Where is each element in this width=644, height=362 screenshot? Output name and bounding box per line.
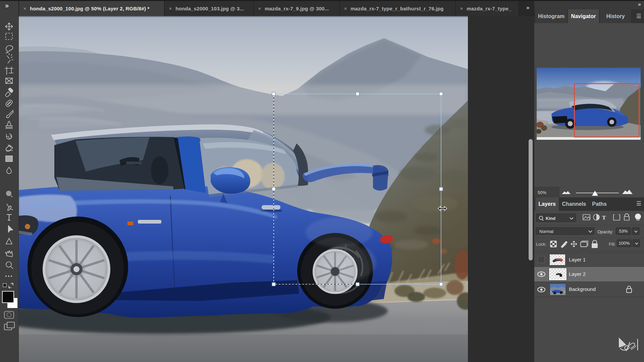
svg-text:T: T	[602, 215, 606, 221]
svg-text:Fill:: Fill:	[609, 242, 615, 247]
svg-text:Normal: Normal	[539, 229, 553, 234]
svg-text:Lock:: Lock:	[536, 242, 546, 247]
